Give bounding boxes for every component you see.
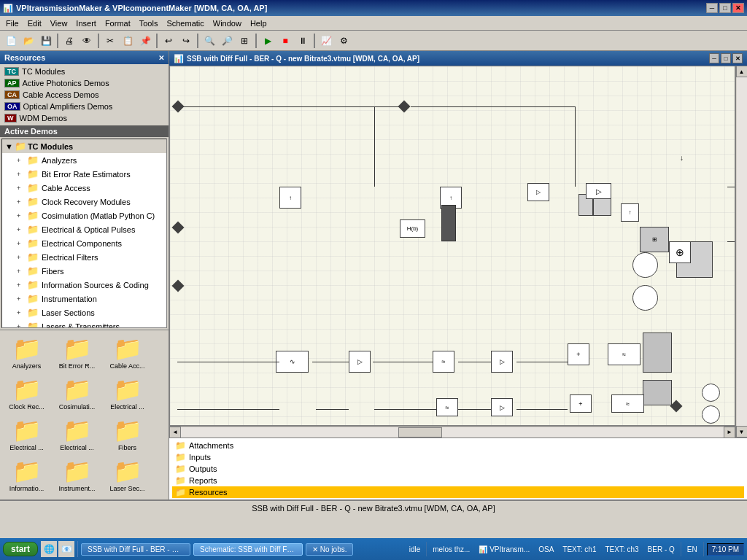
tray-ber-q[interactable]: BER - Q	[645, 545, 678, 553]
folder-cell-elec-pulses[interactable]: 📁 Electrical ...	[104, 374, 151, 412]
demo-item-oa[interactable]: OA Optical Amplifiers Demos	[1, 101, 167, 112]
redo-button[interactable]: ↪	[178, 33, 194, 49]
sch-block-btm4[interactable]: ≈	[611, 394, 644, 413]
bottom-item-outputs[interactable]: 📁 Outputs	[172, 463, 744, 475]
tree-item-elec-optical[interactable]: + 📁 Electrical & Optical Pulses	[2, 222, 166, 236]
sch-block-tri[interactable]: ▷	[586, 183, 611, 199]
menu-window[interactable]: Window	[209, 18, 246, 29]
tray-idle[interactable]: idle	[406, 545, 424, 553]
undo-button[interactable]: ↩	[160, 33, 177, 49]
scroll-track[interactable]	[181, 427, 724, 438]
folder-cell-analyzers[interactable]: 📁 Analyzers	[3, 333, 50, 371]
folder-cell-ber[interactable]: 📁 Bit Error R...	[53, 333, 101, 371]
sch-block-wave3[interactable]: ≈	[433, 351, 454, 373]
sch-block-btm1[interactable]: ≈	[436, 398, 458, 416]
ie-button[interactable]: 🌐	[41, 541, 57, 557]
menu-edit[interactable]: Edit	[23, 18, 46, 29]
demo-item-ap[interactable]: AP Active Photonics Demos	[1, 77, 167, 89]
menu-file[interactable]: File	[1, 18, 23, 29]
tray-osa[interactable]: OSA	[535, 545, 557, 553]
tree-item-elec-comp[interactable]: + 📁 Electrical Components	[2, 236, 166, 250]
tray-text-ch3[interactable]: TEXT: ch3	[602, 545, 641, 553]
preview-button[interactable]: 👁	[79, 33, 95, 49]
tree-item-info-sources[interactable]: + 📁 Information Sources & Coding	[2, 278, 166, 292]
sch-minimize-button[interactable]: ─	[709, 53, 719, 63]
tree-item-instrumentation[interactable]: + 📁 Instrumentation	[2, 292, 166, 306]
folder-cell-elec2[interactable]: 📁 Electrical ...	[3, 415, 50, 453]
tree-item-elec-filters[interactable]: + 📁 Electrical Filters	[2, 250, 166, 264]
bottom-item-reports[interactable]: 📁 Reports	[172, 475, 744, 486]
tree-item-cosim[interactable]: + 📁 Cosimulation (Matlab Python C)	[2, 209, 166, 222]
copy-button[interactable]: 📋	[120, 33, 136, 49]
tree-item-analyzers[interactable]: + 📁 Analyzers	[2, 153, 166, 167]
scroll-right-button[interactable]: ►	[724, 427, 735, 438]
scroll-thumb[interactable]	[398, 427, 442, 438]
sch-block-wave2[interactable]: ▷	[349, 351, 371, 373]
demo-item-wdm[interactable]: W WDM Demos	[1, 112, 167, 124]
sch-block-analyzer2[interactable]	[643, 380, 672, 405]
tray-vpi[interactable]: 📊 VPItransm...	[476, 545, 533, 553]
tray-language[interactable]: EN	[684, 545, 700, 553]
chart-button[interactable]: 📈	[318, 33, 334, 49]
stop-button[interactable]: ■	[277, 33, 293, 49]
paste-button[interactable]: 📌	[137, 33, 153, 49]
sch-block-btm3[interactable]: +	[570, 394, 592, 413]
tree-item-clock-recovery[interactable]: + 📁 Clock Recovery Modules	[2, 195, 166, 209]
tree-item-laser-sections[interactable]: + 📁 Laser Sections	[2, 306, 166, 319]
start-button[interactable]: start	[3, 542, 38, 556]
sch-block-amp1[interactable]: ▷	[527, 183, 549, 201]
bottom-item-resources[interactable]: 📁 Resources	[172, 486, 744, 498]
sch-circle-1[interactable]	[632, 252, 658, 278]
sch-maximize-button[interactable]: □	[721, 53, 731, 63]
folder-cell-instr[interactable]: 📁 Instrument...	[53, 456, 101, 494]
sch-block-wave5[interactable]: +	[568, 343, 589, 365]
zoom-out-button[interactable]: 🔎	[219, 33, 235, 49]
bottom-item-attachments[interactable]: 📁 Attachments	[172, 440, 744, 451]
folder-cell-info[interactable]: 📁 Informatio...	[3, 456, 50, 494]
menu-view[interactable]: View	[46, 18, 72, 29]
sch-block-btm2[interactable]: ▷	[491, 398, 513, 416]
pause-button[interactable]: ⏸	[295, 33, 311, 49]
folder-cell-cosim[interactable]: 📁 Cosimulati...	[53, 374, 101, 412]
menu-insert[interactable]: Insert	[71, 18, 101, 29]
cut-button[interactable]: ✂	[102, 33, 118, 49]
sch-block-amp2[interactable]: ↑	[621, 203, 639, 222]
sch-block-1[interactable]: ↑	[279, 187, 301, 209]
folder-cell-laser-sec[interactable]: 📁 Laser Sec...	[104, 456, 151, 494]
maximize-button[interactable]: □	[719, 3, 731, 13]
sch-circle-btm1[interactable]	[702, 384, 720, 402]
settings-button[interactable]: ⚙	[336, 33, 352, 49]
tree-item-fibers[interactable]: + 📁 Fibers	[2, 264, 166, 278]
close-button[interactable]: ✕	[732, 3, 744, 13]
folder-cell-clock[interactable]: 📁 Clock Rec...	[3, 374, 50, 412]
sch-block-measure[interactable]: ⊞	[640, 227, 669, 252]
scroll-up-button[interactable]: ▲	[736, 66, 748, 77]
demo-item-ca[interactable]: CA Cable Access Demos	[1, 89, 167, 101]
demo-item-tc[interactable]: TC TC Modules	[1, 66, 167, 77]
open-button[interactable]: 📂	[20, 33, 36, 49]
scroll-v-track[interactable]	[737, 77, 747, 426]
run-button[interactable]: ▶	[260, 33, 276, 49]
bottom-item-inputs[interactable]: 📁 Inputs	[172, 451, 744, 463]
sch-block-filter[interactable]: H(b)	[400, 219, 425, 238]
menu-schematic[interactable]: Schematic	[162, 18, 208, 29]
sch-block-wave1[interactable]: ∿	[276, 351, 309, 373]
tree-item-cable-access[interactable]: + 📁 Cable Access	[2, 181, 166, 195]
taskbar-item-nojobs[interactable]: ✕ No jobs.	[306, 543, 353, 556]
folder-cell-elec3[interactable]: 📁 Electrical ...	[53, 415, 101, 453]
tree-section-tc-modules[interactable]: ▼ 📁 TC Modules	[2, 139, 166, 153]
tree-item-lasers[interactable]: + 📁 Lasers & Transmitters	[2, 319, 166, 328]
menu-help[interactable]: Help	[246, 18, 271, 29]
zoom-fit-button[interactable]: ⊞	[236, 33, 252, 49]
taskbar-item-ssb[interactable]: SSB with Diff Full - BER - Q - new Bitra…	[81, 543, 190, 556]
sch-block-analyzer1[interactable]	[643, 332, 672, 373]
email-button[interactable]: 📧	[58, 541, 74, 557]
taskbar-item-schematic[interactable]: Schematic: SSB with Diff Full - BER...	[193, 543, 303, 556]
save-button[interactable]: 💾	[38, 33, 54, 49]
schematic-canvas[interactable]: ↑ ↑ H(b) ▷ ↑ ▷	[169, 66, 735, 426]
print-button[interactable]: 🖨	[61, 33, 77, 49]
sch-close-button[interactable]: ✕	[732, 53, 743, 63]
tree-item-ber[interactable]: + 📁 Bit Error Rate Estimators	[2, 167, 166, 181]
scroll-down-button[interactable]: ▼	[736, 426, 748, 438]
sch-block-wave6[interactable]: ≈	[608, 343, 640, 365]
